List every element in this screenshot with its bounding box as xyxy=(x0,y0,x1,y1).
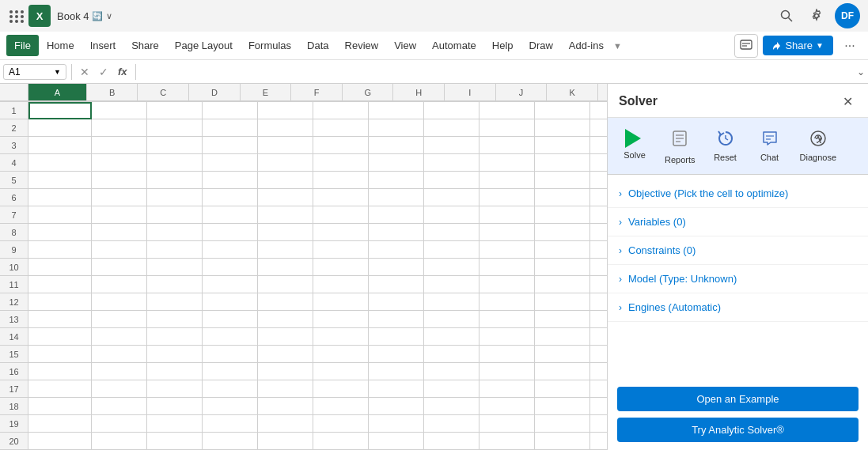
grid-cell[interactable] xyxy=(147,433,203,450)
grid-cell[interactable] xyxy=(369,259,424,276)
grid-cell[interactable] xyxy=(590,206,607,224)
grid-cell[interactable] xyxy=(369,363,424,380)
grid-cell[interactable] xyxy=(147,293,203,311)
grid-cell[interactable] xyxy=(424,102,479,119)
solver-section-model[interactable]: › Model (Type: Unknown) xyxy=(608,265,868,293)
grid-cell[interactable] xyxy=(590,293,607,311)
row-num-16[interactable]: 16 xyxy=(0,363,28,380)
grid-cell[interactable] xyxy=(535,259,590,276)
solver-tool-reports[interactable]: Reports xyxy=(658,126,702,168)
grid-cell[interactable] xyxy=(479,224,535,241)
col-header-J[interactable]: J xyxy=(496,84,548,101)
grid-cell[interactable] xyxy=(258,346,313,363)
grid-cell[interactable] xyxy=(369,346,424,363)
col-header-C[interactable]: C xyxy=(138,84,189,101)
row-num-6[interactable]: 6 xyxy=(0,189,28,206)
grid-cell[interactable] xyxy=(535,241,590,259)
grid-cell[interactable] xyxy=(258,415,313,433)
grid-cell[interactable] xyxy=(590,224,607,241)
grid-cell[interactable] xyxy=(92,311,147,328)
grid-cell[interactable] xyxy=(313,172,369,189)
menu-addins[interactable]: Add-ins xyxy=(561,35,612,56)
grid-cell[interactable] xyxy=(590,346,607,363)
grid-cell[interactable] xyxy=(28,328,92,346)
cell-reference-box[interactable]: A1 ▼ xyxy=(3,64,66,80)
grid-cell[interactable] xyxy=(28,137,92,154)
grid-cell[interactable] xyxy=(424,328,479,346)
grid-cell[interactable] xyxy=(424,206,479,224)
open-example-button[interactable]: Open an Example xyxy=(617,387,859,411)
row-num-17[interactable]: 17 xyxy=(0,380,28,398)
grid-cell[interactable] xyxy=(313,398,369,415)
grid-cell[interactable] xyxy=(147,259,203,276)
row-num-12[interactable]: 12 xyxy=(0,293,28,311)
grid-cell[interactable] xyxy=(424,433,479,450)
app-dots[interactable] xyxy=(8,9,22,23)
grid-cell[interactable] xyxy=(28,154,92,172)
grid-cell[interactable] xyxy=(590,119,607,137)
grid-cell[interactable] xyxy=(313,276,369,293)
menu-data[interactable]: Data xyxy=(299,35,336,56)
menu-automate[interactable]: Automate xyxy=(424,35,484,56)
menu-insert[interactable]: Insert xyxy=(82,35,124,56)
grid-cell[interactable] xyxy=(92,241,147,259)
grid-cell[interactable] xyxy=(535,328,590,346)
grid-cell[interactable] xyxy=(147,241,203,259)
grid-cell[interactable] xyxy=(147,346,203,363)
grid-cell[interactable] xyxy=(313,119,369,137)
grid-cell[interactable] xyxy=(369,102,424,119)
grid-cell[interactable] xyxy=(369,328,424,346)
grid-cell[interactable] xyxy=(203,189,258,206)
grid-cell[interactable] xyxy=(590,380,607,398)
grid-cell[interactable] xyxy=(203,398,258,415)
grid-cell[interactable] xyxy=(147,398,203,415)
grid-cell[interactable] xyxy=(369,224,424,241)
grid-cell[interactable] xyxy=(258,224,313,241)
grid-cell[interactable] xyxy=(258,276,313,293)
grid-cell[interactable] xyxy=(28,380,92,398)
addins-chevron-icon[interactable]: ▼ xyxy=(613,41,622,51)
grid-cell[interactable] xyxy=(147,102,203,119)
col-header-A[interactable]: A xyxy=(28,84,87,101)
grid-cell[interactable] xyxy=(203,224,258,241)
grid-cell[interactable] xyxy=(28,415,92,433)
grid-cell[interactable] xyxy=(369,154,424,172)
grid-cell[interactable] xyxy=(28,189,92,206)
grid-cell[interactable] xyxy=(28,172,92,189)
grid-cell[interactable] xyxy=(535,102,590,119)
grid-cell[interactable] xyxy=(590,241,607,259)
grid-cell[interactable] xyxy=(535,154,590,172)
grid-cell[interactable] xyxy=(369,398,424,415)
menu-share[interactable]: Share xyxy=(123,35,167,56)
grid-cell[interactable] xyxy=(313,224,369,241)
grid-cell[interactable] xyxy=(203,206,258,224)
row-num-4[interactable]: 4 xyxy=(0,154,28,172)
grid-cell[interactable] xyxy=(313,433,369,450)
more-options-button[interactable]: ··· xyxy=(838,34,862,58)
grid-cell[interactable] xyxy=(92,137,147,154)
grid-cell[interactable] xyxy=(369,206,424,224)
grid-cell[interactable] xyxy=(479,206,535,224)
grid-cell[interactable] xyxy=(258,172,313,189)
grid-cell[interactable] xyxy=(424,415,479,433)
grid-cell[interactable] xyxy=(203,259,258,276)
grid-cell[interactable] xyxy=(479,398,535,415)
grid-cell[interactable] xyxy=(479,119,535,137)
row-num-13[interactable]: 13 xyxy=(0,311,28,328)
grid-cell[interactable] xyxy=(92,415,147,433)
menu-draw[interactable]: Draw xyxy=(521,35,561,56)
grid-cell[interactable] xyxy=(479,328,535,346)
comment-button[interactable] xyxy=(734,34,758,58)
grid-cell[interactable] xyxy=(147,415,203,433)
grid-cell[interactable] xyxy=(203,380,258,398)
solver-tool-solve[interactable]: Solve xyxy=(614,126,655,163)
formula-input[interactable] xyxy=(141,66,854,78)
grid-cell[interactable] xyxy=(92,346,147,363)
grid-cell[interactable] xyxy=(313,415,369,433)
grid-cell[interactable] xyxy=(147,363,203,380)
grid-cell[interactable] xyxy=(258,206,313,224)
grid-cell[interactable] xyxy=(535,189,590,206)
grid-cell[interactable] xyxy=(479,433,535,450)
grid-cell[interactable] xyxy=(313,259,369,276)
grid-cell[interactable] xyxy=(479,241,535,259)
